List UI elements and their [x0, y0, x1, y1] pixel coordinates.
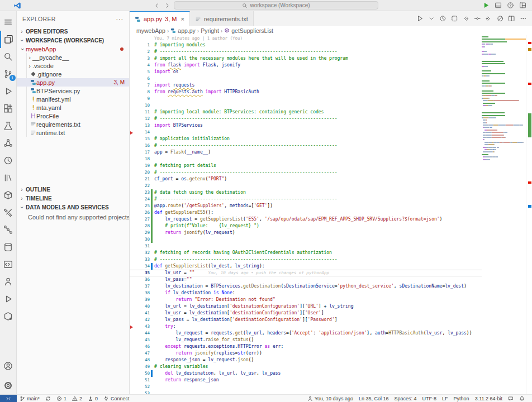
run-python-file-button[interactable]	[416, 15, 424, 22]
activity-search[interactable]	[0, 48, 17, 65]
status-sync-changes[interactable]	[42, 395, 54, 402]
toggle-panel-button-icon[interactable]	[495, 2, 502, 9]
status-ports[interactable]: 0	[85, 395, 101, 402]
data-models-section[interactable]: › DATA MODELS AND SERVICES	[17, 203, 129, 212]
code-line-2[interactable]: 2# -------------------------------------…	[130, 49, 482, 55]
code-line-22[interactable]: 22	[130, 183, 482, 189]
code-line-48[interactable]: 48 response_json = lv_request.json()	[130, 357, 482, 363]
code-line-17[interactable]: 17app = Flask(__name__)	[130, 149, 482, 156]
tab-requirements-txt[interactable]: requirements.txt	[190, 11, 254, 26]
code-line-18[interactable]: 18	[130, 156, 482, 162]
code-line-12[interactable]: 12# ------------------------------------…	[130, 116, 482, 122]
tree-item-procfile[interactable]: ProcFile	[17, 112, 129, 120]
code-line-10[interactable]: 10	[130, 102, 482, 109]
activity-history[interactable]	[0, 152, 17, 169]
code-line-45[interactable]: 45 lv_request.raise_for_status()	[130, 337, 482, 343]
activity-library[interactable]	[0, 169, 17, 186]
workspace-section[interactable]: › WORKSPACE (WORKSPACE)	[17, 36, 129, 45]
gitlens-button[interactable]	[497, 15, 504, 22]
breadcrumb-item-mywebapp[interactable]: mywebApp	[136, 27, 165, 34]
code-line-40[interactable]: 40 lv_url = lv_destination['destinationC…	[130, 303, 482, 310]
code-line-33[interactable]: 33# ------------------------------------…	[130, 256, 482, 263]
minimap[interactable]	[482, 36, 526, 394]
tree-item-btpservices-py[interactable]: BTPServices.py	[17, 87, 129, 95]
code-line-44[interactable]: 44 lv_request = requests.get(lv_url, hea…	[130, 330, 482, 337]
activity-menu[interactable]	[0, 13, 17, 31]
status-cursor-position[interactable]: Ln 35, Col 16	[356, 395, 392, 402]
outline-section[interactable]: › OUTLINE	[17, 185, 129, 194]
status-git-branch[interactable]: main*	[17, 395, 42, 402]
activity-share[interactable]	[0, 135, 17, 152]
status-language-mode[interactable]: Python	[451, 395, 472, 402]
status-connect[interactable]: Connect	[101, 395, 132, 402]
status-problems-warnings[interactable]: 2	[69, 395, 85, 402]
code-line-52[interactable]: 52	[130, 384, 482, 390]
code-line-5[interactable]: 5import os	[130, 69, 482, 75]
close-icon[interactable]: ×	[180, 16, 184, 22]
breadcrumb-item-app.py[interactable]: app.py	[170, 27, 196, 34]
nav-forward-icon[interactable]	[164, 2, 170, 9]
tree-item-app-py[interactable]: app.py3, M	[17, 78, 129, 87]
code-line-53[interactable]: 53	[130, 390, 482, 394]
code-line-28[interactable]: 28 # print(f"Value: {lv_request} ")	[130, 223, 482, 229]
previous-change-button[interactable]	[462, 15, 469, 22]
code-line-26[interactable]: 26def getSuppliersES5():	[130, 209, 482, 216]
code-line-20[interactable]: 20# ------------------------------------…	[130, 169, 482, 176]
code-line-9[interactable]: 9	[130, 95, 482, 102]
workspace-search-box[interactable]: workspace (Workspace)	[174, 1, 378, 9]
tree-item--pycache-[interactable]: ›__pycache__	[17, 53, 129, 61]
status-gitlens-blame[interactable]: You, 10 days ago	[305, 395, 356, 402]
status-notifications[interactable]	[516, 395, 528, 402]
code-line-1[interactable]: 1# importing modules	[130, 42, 482, 49]
code-line-32[interactable]: 32# fetching of records having OAuth2Cli…	[130, 250, 482, 256]
code-line-39[interactable]: 39 return "Error: Destination not found"	[130, 296, 482, 303]
explorer-more-actions[interactable]: ···	[116, 16, 124, 22]
code-line-13[interactable]: 13import BTPServices	[130, 122, 482, 129]
status-remote-indicator[interactable]	[0, 395, 17, 402]
nav-back-icon[interactable]	[154, 2, 160, 9]
status-problems-errors[interactable]: 1	[54, 395, 69, 402]
code-line-8[interactable]: 8from requests.auth import HTTPBasicAuth	[130, 89, 482, 95]
code-line-47[interactable]: 47 return jsonify(replies=str(err))	[130, 350, 482, 357]
code-line-23[interactable]: 23# data fetch using the destination	[130, 189, 482, 196]
activity-deploy[interactable]	[0, 273, 17, 290]
code-line-41[interactable]: 41 lv_usr = lv_destination['destinationC…	[130, 310, 482, 317]
open-editors-section[interactable]: › OPEN EDITORS	[17, 27, 129, 36]
split-editor-button[interactable]	[508, 15, 515, 22]
activity-database[interactable]	[0, 238, 17, 256]
timeline-button[interactable]	[439, 15, 446, 22]
open-changes-button[interactable]	[474, 15, 481, 22]
code-line-38[interactable]: 38 if lv_destination is None:	[130, 290, 482, 296]
run-task-button-icon[interactable]	[482, 2, 490, 9]
status-encoding[interactable]: UTF-8	[420, 395, 440, 402]
code-line-34[interactable]: 34def getSuppliersList(lv_dest, lv_strin…	[130, 263, 482, 270]
activity-testing[interactable]	[0, 117, 17, 135]
activity-explorer[interactable]	[0, 31, 17, 48]
tree-item-requirements-txt[interactable]: requirements.txt	[17, 120, 129, 128]
code-line-21[interactable]: 21cf_port = os.getenv("PORT")	[130, 176, 482, 183]
customize-layout-button-icon[interactable]	[519, 2, 526, 9]
status-python-interpreter[interactable]: 3.11.2 64-bit	[472, 395, 505, 402]
tree-item-manifest-yml[interactable]: manifest.yml	[17, 95, 129, 103]
code-line-50[interactable]: 50 del lv_destination, lv_url, lv_usr, l…	[130, 370, 482, 377]
timeline-section[interactable]: › TIMELINE	[17, 194, 129, 203]
code-line-4[interactable]: 4from flask import Flask, jsonify	[130, 62, 482, 69]
activity-extensions[interactable]	[0, 100, 17, 117]
tree-item--gitignore[interactable]: .gitignore	[17, 70, 129, 78]
code-line-37[interactable]: 37 lv_destination = BTPServices.getDesti…	[130, 283, 482, 290]
activity-source-control[interactable]: 1	[0, 65, 17, 83]
code-line-3[interactable]: 3# import all the necessary modules here…	[130, 55, 482, 62]
tree-item-mywebapp[interactable]: ›mywebApp	[17, 45, 129, 53]
next-change-button[interactable]	[485, 15, 492, 22]
compare-button[interactable]	[451, 15, 458, 22]
more-actions-button[interactable]	[520, 15, 527, 22]
status-indentation[interactable]: Spaces: 4	[392, 395, 420, 402]
help-button-icon[interactable]	[507, 2, 514, 9]
activity-settings[interactable]	[0, 377, 17, 394]
code-line-16[interactable]: 16# ------------------------------------…	[130, 142, 482, 149]
code-line-31[interactable]: 31	[130, 243, 482, 250]
run-dropdown[interactable]	[428, 15, 435, 22]
status-eol[interactable]: LF	[439, 395, 451, 402]
status-feedback[interactable]	[505, 395, 516, 402]
code-line-29[interactable]: 29 return jsonify(lv_request)	[130, 229, 482, 236]
